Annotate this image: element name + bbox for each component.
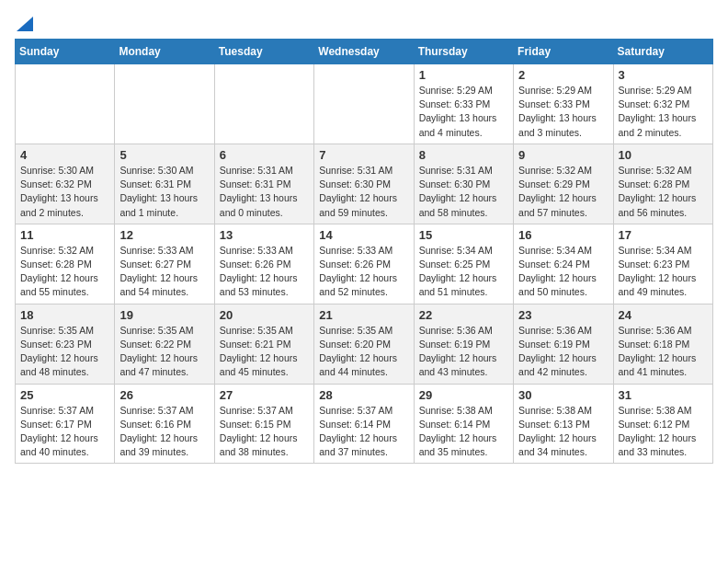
day-number: 2: [518, 68, 608, 82]
calendar-cell: 16Sunrise: 5:34 AM Sunset: 6:24 PM Dayli…: [514, 224, 613, 304]
day-info: Sunrise: 5:38 AM Sunset: 6:12 PM Dayligh…: [619, 404, 708, 460]
day-info: Sunrise: 5:32 AM Sunset: 6:28 PM Dayligh…: [20, 244, 109, 300]
calendar-cell: [214, 64, 313, 144]
day-info: Sunrise: 5:32 AM Sunset: 6:29 PM Dayligh…: [518, 164, 608, 220]
day-number: 18: [20, 308, 109, 322]
calendar-cell: 5Sunrise: 5:30 AM Sunset: 6:31 PM Daylig…: [115, 144, 214, 224]
day-number: 20: [220, 308, 309, 322]
day-number: 4: [20, 148, 109, 162]
calendar-cell: 14Sunrise: 5:33 AM Sunset: 6:26 PM Dayli…: [314, 224, 414, 304]
calendar-cell: 29Sunrise: 5:38 AM Sunset: 6:14 PM Dayli…: [414, 384, 513, 464]
calendar-cell: 26Sunrise: 5:37 AM Sunset: 6:16 PM Dayli…: [115, 384, 214, 464]
day-info: Sunrise: 5:33 AM Sunset: 6:26 PM Dayligh…: [319, 244, 408, 300]
day-info: Sunrise: 5:38 AM Sunset: 6:13 PM Dayligh…: [518, 404, 608, 460]
calendar-week-5: 25Sunrise: 5:37 AM Sunset: 6:17 PM Dayli…: [16, 384, 713, 464]
weekday-header-wednesday: Wednesday: [314, 40, 414, 64]
weekday-header-friday: Friday: [514, 40, 613, 64]
day-number: 6: [220, 148, 309, 162]
day-info: Sunrise: 5:34 AM Sunset: 6:25 PM Dayligh…: [419, 244, 508, 300]
day-number: 10: [619, 148, 708, 162]
calendar-cell: 12Sunrise: 5:33 AM Sunset: 6:27 PM Dayli…: [115, 224, 214, 304]
day-number: 23: [518, 308, 608, 322]
day-number: 8: [419, 148, 508, 162]
calendar-cell: 4Sunrise: 5:30 AM Sunset: 6:32 PM Daylig…: [16, 144, 115, 224]
calendar-cell: 9Sunrise: 5:32 AM Sunset: 6:29 PM Daylig…: [514, 144, 613, 224]
day-number: 14: [319, 228, 408, 242]
calendar-table: SundayMondayTuesdayWednesdayThursdayFrid…: [15, 39, 713, 464]
svg-marker-0: [17, 17, 33, 31]
calendar-cell: 24Sunrise: 5:36 AM Sunset: 6:18 PM Dayli…: [613, 304, 712, 384]
day-info: Sunrise: 5:35 AM Sunset: 6:23 PM Dayligh…: [20, 324, 109, 380]
calendar-cell: 19Sunrise: 5:35 AM Sunset: 6:22 PM Dayli…: [115, 304, 214, 384]
day-info: Sunrise: 5:30 AM Sunset: 6:32 PM Dayligh…: [20, 164, 109, 220]
day-number: 25: [20, 388, 109, 402]
day-number: 22: [419, 308, 508, 322]
calendar-cell: 25Sunrise: 5:37 AM Sunset: 6:17 PM Dayli…: [16, 384, 115, 464]
day-info: Sunrise: 5:37 AM Sunset: 6:16 PM Dayligh…: [119, 404, 209, 460]
calendar-cell: [115, 64, 214, 144]
day-info: Sunrise: 5:31 AM Sunset: 6:30 PM Dayligh…: [319, 164, 408, 220]
day-info: Sunrise: 5:31 AM Sunset: 6:30 PM Dayligh…: [419, 164, 508, 220]
day-info: Sunrise: 5:37 AM Sunset: 6:17 PM Dayligh…: [20, 404, 109, 460]
day-number: 9: [518, 148, 608, 162]
weekday-header-saturday: Saturday: [613, 40, 712, 64]
calendar-week-3: 11Sunrise: 5:32 AM Sunset: 6:28 PM Dayli…: [16, 224, 713, 304]
day-info: Sunrise: 5:35 AM Sunset: 6:22 PM Dayligh…: [119, 324, 209, 380]
day-number: 5: [119, 148, 209, 162]
day-info: Sunrise: 5:31 AM Sunset: 6:31 PM Dayligh…: [220, 164, 309, 220]
day-number: 3: [619, 68, 708, 82]
calendar-cell: 22Sunrise: 5:36 AM Sunset: 6:19 PM Dayli…: [414, 304, 513, 384]
day-number: 19: [119, 308, 209, 322]
weekday-header-monday: Monday: [115, 40, 214, 64]
day-info: Sunrise: 5:34 AM Sunset: 6:23 PM Dayligh…: [619, 244, 708, 300]
calendar-cell: 3Sunrise: 5:29 AM Sunset: 6:32 PM Daylig…: [613, 64, 712, 144]
day-number: 12: [119, 228, 209, 242]
page-header: [15, 15, 713, 31]
day-number: 17: [619, 228, 708, 242]
weekday-header-thursday: Thursday: [414, 40, 513, 64]
day-info: Sunrise: 5:38 AM Sunset: 6:14 PM Dayligh…: [419, 404, 508, 460]
calendar-cell: 28Sunrise: 5:37 AM Sunset: 6:14 PM Dayli…: [314, 384, 414, 464]
calendar-cell: 13Sunrise: 5:33 AM Sunset: 6:26 PM Dayli…: [214, 224, 313, 304]
day-number: 15: [419, 228, 508, 242]
day-number: 1: [419, 68, 508, 82]
day-number: 27: [220, 388, 309, 402]
day-number: 31: [619, 388, 708, 402]
day-number: 11: [20, 228, 109, 242]
day-info: Sunrise: 5:29 AM Sunset: 6:33 PM Dayligh…: [419, 84, 508, 140]
logo-arrow-icon: [17, 17, 33, 31]
calendar-cell: 7Sunrise: 5:31 AM Sunset: 6:30 PM Daylig…: [314, 144, 414, 224]
day-number: 13: [220, 228, 309, 242]
day-info: Sunrise: 5:36 AM Sunset: 6:19 PM Dayligh…: [518, 324, 608, 380]
day-info: Sunrise: 5:29 AM Sunset: 6:33 PM Dayligh…: [518, 84, 608, 140]
day-number: 30: [518, 388, 608, 402]
day-info: Sunrise: 5:36 AM Sunset: 6:18 PM Dayligh…: [619, 324, 708, 380]
day-number: 26: [119, 388, 209, 402]
logo: [15, 15, 33, 31]
day-info: Sunrise: 5:33 AM Sunset: 6:27 PM Dayligh…: [119, 244, 209, 300]
day-info: Sunrise: 5:36 AM Sunset: 6:19 PM Dayligh…: [419, 324, 508, 380]
day-info: Sunrise: 5:35 AM Sunset: 6:21 PM Dayligh…: [220, 324, 309, 380]
calendar-week-1: 1Sunrise: 5:29 AM Sunset: 6:33 PM Daylig…: [16, 64, 713, 144]
calendar-cell: 20Sunrise: 5:35 AM Sunset: 6:21 PM Dayli…: [214, 304, 313, 384]
day-info: Sunrise: 5:37 AM Sunset: 6:15 PM Dayligh…: [220, 404, 309, 460]
calendar-cell: 11Sunrise: 5:32 AM Sunset: 6:28 PM Dayli…: [16, 224, 115, 304]
weekday-header-tuesday: Tuesday: [214, 40, 313, 64]
day-number: 29: [419, 388, 508, 402]
day-info: Sunrise: 5:29 AM Sunset: 6:32 PM Dayligh…: [619, 84, 708, 140]
calendar-week-2: 4Sunrise: 5:30 AM Sunset: 6:32 PM Daylig…: [16, 144, 713, 224]
day-info: Sunrise: 5:30 AM Sunset: 6:31 PM Dayligh…: [119, 164, 209, 220]
calendar-cell: 23Sunrise: 5:36 AM Sunset: 6:19 PM Dayli…: [514, 304, 613, 384]
day-info: Sunrise: 5:33 AM Sunset: 6:26 PM Dayligh…: [220, 244, 309, 300]
calendar-cell: 21Sunrise: 5:35 AM Sunset: 6:20 PM Dayli…: [314, 304, 414, 384]
weekday-header-sunday: Sunday: [16, 40, 115, 64]
calendar-cell: [16, 64, 115, 144]
calendar-cell: [314, 64, 414, 144]
calendar-header-row: SundayMondayTuesdayWednesdayThursdayFrid…: [16, 40, 713, 64]
calendar-cell: 30Sunrise: 5:38 AM Sunset: 6:13 PM Dayli…: [514, 384, 613, 464]
day-info: Sunrise: 5:35 AM Sunset: 6:20 PM Dayligh…: [319, 324, 408, 380]
day-number: 24: [619, 308, 708, 322]
day-number: 21: [319, 308, 408, 322]
calendar-cell: 8Sunrise: 5:31 AM Sunset: 6:30 PM Daylig…: [414, 144, 513, 224]
calendar-week-4: 18Sunrise: 5:35 AM Sunset: 6:23 PM Dayli…: [16, 304, 713, 384]
